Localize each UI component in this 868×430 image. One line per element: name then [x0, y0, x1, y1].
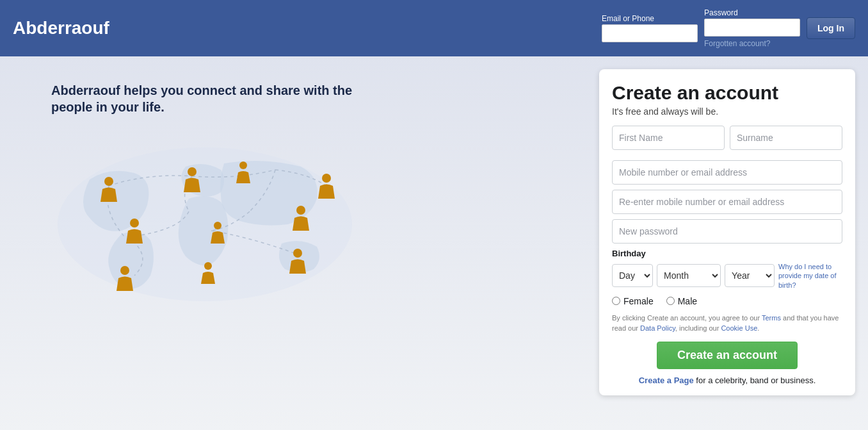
site-logo: Abderraouf: [13, 18, 109, 38]
header-email-input[interactable]: [602, 24, 698, 42]
terms-link[interactable]: Terms: [762, 314, 781, 322]
female-label: Female: [623, 296, 654, 306]
tagline: Abderraouf helps you connect and share w…: [51, 82, 358, 115]
email-field-group: Email or Phone: [602, 14, 698, 42]
male-label: Male: [678, 296, 697, 306]
svg-point-8: [120, 266, 129, 275]
world-map: [51, 128, 358, 308]
create-page-section: Create a Page for a celebrity, band or b…: [612, 376, 842, 385]
login-area: Email or Phone Password Forgotten accoun…: [602, 8, 855, 48]
create-account-button[interactable]: Create an account: [657, 342, 798, 369]
header: Abderraouf Email or Phone Password Forgo…: [0, 0, 868, 56]
name-row: [612, 126, 842, 155]
svg-point-10: [293, 249, 302, 258]
birthday-selects: Day 123456789101112131415161718192021222…: [612, 262, 842, 290]
gender-row: Female Male: [612, 296, 842, 306]
svg-point-7: [296, 206, 305, 215]
male-option[interactable]: Male: [666, 296, 697, 306]
cookie-link[interactable]: Cookie Use: [721, 324, 757, 332]
birthday-label: Birthday: [612, 249, 842, 258]
new-password-input[interactable]: [612, 219, 842, 244]
forgot-account-link[interactable]: Forgotten account?: [704, 39, 770, 48]
password-field-group: Password Forgotten account?: [704, 8, 800, 48]
female-radio[interactable]: [612, 297, 620, 305]
svg-point-4: [322, 174, 331, 183]
re-mobile-email-input[interactable]: [612, 190, 842, 214]
why-birthday-link[interactable]: Why do I need to provide my date of birt…: [778, 262, 842, 290]
signup-box: Create an account It's free and always w…: [599, 69, 855, 395]
right-panel: Create an account It's free and always w…: [586, 56, 868, 430]
terms-text: By clicking Create an account, you agree…: [612, 313, 842, 334]
create-page-suffix: for a celebrity, band or business.: [694, 376, 816, 385]
left-panel: Abderraouf helps you connect and share w…: [0, 56, 586, 430]
login-button[interactable]: Log In: [807, 17, 855, 39]
data-policy-link[interactable]: Data Policy: [640, 324, 675, 332]
svg-point-1: [104, 177, 113, 186]
male-radio[interactable]: [666, 297, 675, 305]
year-select[interactable]: Year 20242023202220212020201920182017201…: [725, 264, 775, 287]
password-label: Password: [704, 8, 738, 17]
surname-input[interactable]: [730, 126, 842, 150]
month-select[interactable]: Month JanuaryFebruaryMarchAprilMayJuneJu…: [657, 264, 721, 287]
email-label: Email or Phone: [602, 14, 698, 23]
svg-point-3: [239, 161, 247, 169]
svg-point-2: [188, 167, 197, 176]
create-page-link[interactable]: Create a Page: [639, 376, 694, 385]
main-content: Abderraouf helps you connect and share w…: [0, 56, 868, 430]
svg-point-5: [130, 219, 139, 227]
svg-point-9: [204, 262, 212, 270]
signup-subtitle: It's free and always will be.: [612, 106, 842, 117]
mobile-email-input[interactable]: [612, 160, 842, 185]
day-select[interactable]: Day 123456789101112131415161718192021222…: [612, 264, 653, 287]
svg-point-6: [214, 222, 221, 229]
signup-title: Create an account: [612, 82, 842, 104]
first-name-input[interactable]: [612, 126, 725, 150]
female-option[interactable]: Female: [612, 296, 654, 306]
header-password-input[interactable]: [704, 19, 800, 37]
